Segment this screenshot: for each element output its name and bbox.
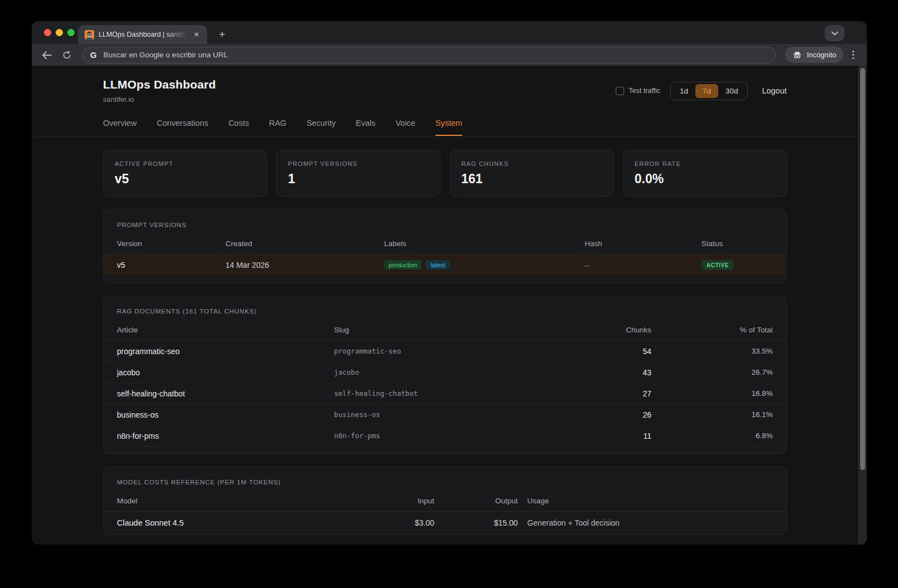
incognito-badge: Incógnito bbox=[785, 47, 843, 63]
table-row: v5 14 Mar 2026 production latest – ACTIV… bbox=[104, 254, 786, 275]
article-cell: business-os bbox=[117, 410, 334, 419]
table-header: Article Slug Chunks % of Total bbox=[104, 315, 786, 341]
chevron-down-icon bbox=[831, 31, 838, 36]
latest-badge: latest bbox=[426, 260, 449, 270]
pct-cell: 33.5% bbox=[651, 347, 773, 355]
stat-label: ACTIVE PROMPT bbox=[115, 160, 255, 167]
chunks-cell: 43 bbox=[582, 368, 651, 377]
tab-voice[interactable]: Voice bbox=[395, 119, 415, 136]
table-header: Model Input Output Usage bbox=[104, 486, 786, 512]
prompt-versions-panel: PROMPT VERSIONS Version Created Labels H… bbox=[103, 209, 787, 283]
stat-card-active-prompt: ACTIVE PROMPT v5 bbox=[103, 150, 267, 197]
window-controls bbox=[44, 29, 75, 36]
test-traffic-label: Test traffic bbox=[629, 87, 660, 95]
back-button[interactable] bbox=[38, 47, 55, 63]
chunks-cell: 27 bbox=[582, 389, 651, 398]
browser-tab[interactable]: LLMOps Dashboard | santifer ✕ bbox=[78, 25, 207, 44]
col-version: Version bbox=[117, 239, 225, 248]
slug-cell: jacobo bbox=[334, 368, 582, 376]
article-cell: self-healing-chatbot bbox=[117, 389, 334, 398]
stat-value: 1 bbox=[288, 171, 428, 187]
test-traffic-toggle[interactable]: Test traffic bbox=[616, 87, 660, 95]
chunks-cell: 26 bbox=[582, 410, 651, 419]
model-cell: Claude Sonnet 4.5 bbox=[117, 518, 334, 527]
chunks-cell: 11 bbox=[582, 432, 651, 440]
col-article: Article bbox=[117, 326, 334, 334]
logout-button[interactable]: Logout bbox=[762, 86, 787, 95]
article-cell: n8n-for-pms bbox=[117, 432, 334, 440]
scrollbar-track[interactable] bbox=[858, 66, 867, 545]
stat-card-error-rate: ERROR RATE 0.0% bbox=[623, 150, 787, 197]
site-favicon-icon bbox=[85, 30, 94, 40]
table-row: jacobo jacobo 43 26.7% bbox=[104, 362, 786, 383]
window-close-button[interactable] bbox=[44, 29, 51, 36]
tab-title: LLMOps Dashboard | santifer bbox=[99, 31, 187, 38]
stat-value: v5 bbox=[115, 171, 255, 187]
col-usage: Usage bbox=[518, 497, 773, 505]
browser-toolbar: G Buscar en Google o escribir una URL In… bbox=[32, 44, 867, 66]
address-bar[interactable]: G Buscar en Google o escribir una URL bbox=[82, 47, 776, 63]
incognito-label: Incógnito bbox=[807, 51, 836, 59]
col-labels: Labels bbox=[384, 239, 585, 248]
slug-cell: business-os bbox=[334, 410, 582, 419]
tab-search-button[interactable] bbox=[825, 25, 845, 41]
range-30d-button[interactable]: 30d bbox=[718, 84, 745, 98]
input-cost-cell: $3.00 bbox=[334, 518, 434, 527]
tab-evals[interactable]: Evals bbox=[356, 119, 375, 136]
stat-card-rag-chunks: RAG CHUNKS 161 bbox=[450, 150, 614, 197]
tab-system[interactable]: System bbox=[435, 119, 462, 136]
date-range-selector: 1d 7d 30d bbox=[670, 82, 748, 100]
incognito-icon bbox=[792, 51, 802, 59]
production-badge: production bbox=[384, 260, 421, 270]
window-minimize-button[interactable] bbox=[56, 29, 63, 36]
test-traffic-checkbox[interactable] bbox=[616, 87, 624, 95]
pct-cell: 16.8% bbox=[651, 389, 773, 398]
tab-strip: LLMOps Dashboard | santifer ✕ + bbox=[32, 21, 867, 44]
panel-title: PROMPT VERSIONS bbox=[104, 210, 786, 228]
table-row: business-os business-os 26 16.1% bbox=[104, 404, 786, 425]
pct-cell: 26.7% bbox=[651, 368, 773, 376]
table-row: programmatic-seo programmatic-seo 54 33.… bbox=[104, 341, 786, 362]
stat-cards: ACTIVE PROMPT v5 PROMPT VERSIONS 1 RAG C… bbox=[103, 150, 787, 197]
active-status-badge: ACTIVE bbox=[701, 260, 734, 270]
table-row: n8n-for-pms n8n-for-pms 11 6.8% bbox=[104, 425, 786, 447]
range-7d-button[interactable]: 7d bbox=[695, 84, 718, 98]
version-cell: v5 bbox=[117, 261, 225, 270]
reload-button[interactable] bbox=[58, 47, 75, 63]
range-1d-button[interactable]: 1d bbox=[673, 84, 695, 98]
col-input: Input bbox=[334, 497, 434, 505]
output-cost-cell: $15.00 bbox=[434, 518, 518, 527]
model-costs-panel: MODEL COSTS REFERENCE (PER 1M TOKENS) Mo… bbox=[103, 467, 787, 535]
tab-costs[interactable]: Costs bbox=[228, 119, 249, 136]
back-arrow-icon bbox=[42, 51, 52, 59]
article-cell: jacobo bbox=[117, 368, 334, 377]
stat-value: 161 bbox=[462, 171, 602, 187]
dashboard-header: LLMOps Dashboard santifer.io Test traffi… bbox=[103, 78, 787, 104]
new-tab-button[interactable]: + bbox=[214, 27, 230, 42]
browser-menu-button[interactable] bbox=[847, 47, 859, 63]
page-content: LLMOps Dashboard santifer.io Test traffi… bbox=[32, 66, 867, 545]
rag-documents-panel: RAG DOCUMENTS (161 TOTAL CHUNKS) Article… bbox=[103, 296, 787, 454]
nav-tabbar: Overview Conversations Costs RAG Securit… bbox=[32, 119, 858, 136]
created-cell: 14 Mar 2026 bbox=[225, 261, 384, 270]
kebab-menu-icon bbox=[852, 51, 854, 52]
chunks-cell: 54 bbox=[582, 347, 651, 356]
window-zoom-button[interactable] bbox=[67, 29, 75, 36]
col-status: Status bbox=[701, 239, 773, 248]
slug-cell: self-healing-chatbot bbox=[334, 389, 582, 398]
tab-security[interactable]: Security bbox=[307, 119, 336, 136]
tab-overview[interactable]: Overview bbox=[103, 119, 136, 136]
scrollbar-thumb[interactable] bbox=[860, 68, 865, 470]
page-title: LLMOps Dashboard bbox=[103, 78, 216, 91]
pct-cell: 16.1% bbox=[651, 410, 773, 419]
col-model: Model bbox=[117, 497, 334, 505]
col-pct: % of Total bbox=[651, 326, 773, 334]
labels-cell: production latest bbox=[384, 260, 585, 270]
tab-conversations[interactable]: Conversations bbox=[156, 119, 208, 136]
table-header: Version Created Labels Hash Status bbox=[104, 228, 786, 254]
col-chunks: Chunks bbox=[582, 326, 651, 334]
tab-close-icon[interactable]: ✕ bbox=[192, 30, 202, 40]
address-bar-placeholder: Buscar en Google o escribir una URL bbox=[104, 51, 228, 59]
hash-cell: – bbox=[585, 261, 701, 270]
tab-rag[interactable]: RAG bbox=[269, 119, 286, 136]
